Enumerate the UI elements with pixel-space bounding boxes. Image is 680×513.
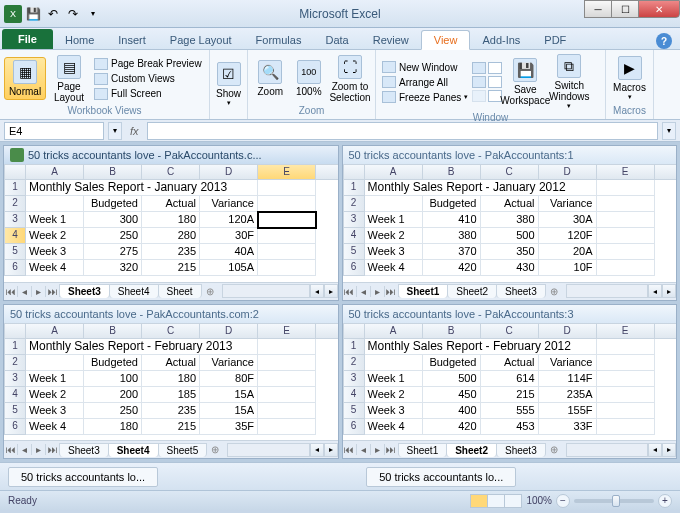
cell[interactable]: Week 4 [365, 260, 423, 276]
cell[interactable] [258, 244, 316, 260]
scroll-right-icon[interactable]: ▸ [324, 284, 338, 298]
unhide-icon[interactable] [472, 90, 486, 102]
cell[interactable]: 235A [539, 387, 597, 403]
page-layout-button[interactable]: ▤Page Layout [48, 53, 90, 105]
full-screen-button[interactable]: Full Screen [92, 87, 204, 101]
cell[interactable] [258, 419, 316, 435]
cell[interactable]: Week 3 [365, 244, 423, 260]
redo-icon[interactable]: ↷ [64, 5, 82, 23]
cell[interactable]: Week 2 [365, 387, 423, 403]
new-sheet-icon[interactable]: ⊕ [207, 444, 223, 455]
tab-review[interactable]: Review [361, 31, 421, 49]
cell[interactable] [597, 180, 655, 196]
prev-sheet-icon[interactable]: ◂ [357, 444, 371, 455]
cell[interactable] [597, 355, 655, 371]
column-label-cell[interactable]: Budgeted [84, 355, 142, 371]
row-header[interactable]: 4 [343, 387, 365, 403]
first-sheet-icon[interactable]: ⏮ [343, 444, 357, 455]
cell[interactable] [365, 355, 423, 371]
report-title-cell[interactable]: Monthly Sales Report - February 2012 [365, 339, 597, 355]
sheet-tab[interactable]: Sheet1 [398, 284, 449, 298]
cell[interactable]: 453 [481, 419, 539, 435]
column-header[interactable]: F [655, 323, 677, 339]
cell[interactable]: Week 2 [365, 228, 423, 244]
macros-button[interactable]: ▶Macros▾ [610, 54, 649, 103]
cell[interactable]: 120F [539, 228, 597, 244]
cell[interactable]: Week 1 [365, 371, 423, 387]
select-all-corner[interactable] [4, 164, 26, 180]
cell[interactable]: 180 [84, 419, 142, 435]
cell[interactable] [26, 355, 84, 371]
select-all-corner[interactable] [4, 323, 26, 339]
workbook-pane[interactable]: 50 tricks accountants love - PakAccounta… [3, 304, 339, 460]
tab-addins[interactable]: Add-Ins [470, 31, 532, 49]
horizontal-scrollbar[interactable] [566, 284, 648, 298]
new-sheet-icon[interactable]: ⊕ [202, 286, 218, 297]
cell[interactable]: 420 [423, 260, 481, 276]
row-header[interactable]: 4 [4, 387, 26, 403]
column-header[interactable]: C [481, 323, 539, 339]
scroll-left-icon[interactable]: ◂ [310, 284, 324, 298]
zoom-100-button[interactable]: 100100% [291, 58, 328, 99]
report-title-cell[interactable]: Monthly Sales Report - January 2012 [365, 180, 597, 196]
cell[interactable]: 200 [84, 387, 142, 403]
cell[interactable]: 500 [481, 228, 539, 244]
horizontal-scrollbar[interactable] [227, 443, 309, 457]
cell[interactable] [258, 260, 316, 276]
arrange-all-button[interactable]: Arrange All [380, 75, 470, 89]
row-header[interactable]: 1 [4, 339, 26, 355]
cell[interactable] [597, 339, 655, 355]
sheet-tab[interactable]: Sheet1 [398, 443, 448, 457]
row-header[interactable]: 1 [4, 180, 26, 196]
cell[interactable]: 235 [142, 403, 200, 419]
view-side-by-side-icon[interactable] [488, 62, 502, 74]
cell[interactable]: 320 [84, 260, 142, 276]
close-button[interactable]: ✕ [638, 0, 680, 18]
column-label-cell[interactable]: Variance [200, 196, 258, 212]
cell[interactable]: 15A [200, 387, 258, 403]
row-header[interactable]: 3 [343, 212, 365, 228]
last-sheet-icon[interactable]: ⏭ [46, 286, 60, 297]
cell[interactable] [597, 419, 655, 435]
cell[interactable]: 15A [200, 403, 258, 419]
cell[interactable]: 280 [142, 228, 200, 244]
cell[interactable] [258, 355, 316, 371]
report-title-cell[interactable]: Monthly Sales Report - January 2013 [26, 180, 258, 196]
prev-sheet-icon[interactable]: ◂ [18, 444, 32, 455]
zoom-thumb[interactable] [612, 495, 620, 507]
tab-data[interactable]: Data [313, 31, 360, 49]
page-layout-shortcut[interactable] [487, 494, 505, 508]
cell[interactable] [258, 403, 316, 419]
sheet-tab[interactable]: Sheet [158, 284, 202, 298]
sheet-tab[interactable]: Sheet2 [447, 284, 497, 298]
cell[interactable] [597, 371, 655, 387]
cell[interactable] [597, 403, 655, 419]
last-sheet-icon[interactable]: ⏭ [385, 444, 399, 455]
page-break-shortcut[interactable] [504, 494, 522, 508]
row-header[interactable]: 2 [343, 355, 365, 371]
column-header[interactable]: B [423, 323, 481, 339]
column-label-cell[interactable]: Budgeted [423, 355, 481, 371]
column-header[interactable]: D [539, 164, 597, 180]
column-label-cell[interactable]: Budgeted [84, 196, 142, 212]
cell[interactable]: 155F [539, 403, 597, 419]
column-header[interactable]: D [539, 323, 597, 339]
prev-sheet-icon[interactable]: ◂ [357, 286, 371, 297]
workbook-pane[interactable]: 50 tricks accountants love - PakAccounta… [3, 145, 339, 301]
row-header[interactable]: 2 [343, 196, 365, 212]
next-sheet-icon[interactable]: ▸ [32, 286, 46, 297]
maximize-button[interactable]: ☐ [611, 0, 639, 18]
show-button[interactable]: ☑Show▾ [214, 60, 243, 109]
new-sheet-icon[interactable]: ⊕ [546, 444, 562, 455]
cell[interactable] [258, 196, 316, 212]
cell[interactable]: 40A [200, 244, 258, 260]
row-header[interactable]: 6 [4, 419, 26, 435]
cell[interactable]: 250 [84, 403, 142, 419]
cell[interactable] [258, 387, 316, 403]
sheet-tab[interactable]: Sheet3 [59, 284, 110, 298]
new-sheet-icon[interactable]: ⊕ [546, 286, 562, 297]
hide-icon[interactable] [472, 76, 486, 88]
save-workspace-button[interactable]: 💾Save Workspace [504, 56, 546, 108]
scroll-right-icon[interactable]: ▸ [662, 284, 676, 298]
cell[interactable]: 30F [200, 228, 258, 244]
